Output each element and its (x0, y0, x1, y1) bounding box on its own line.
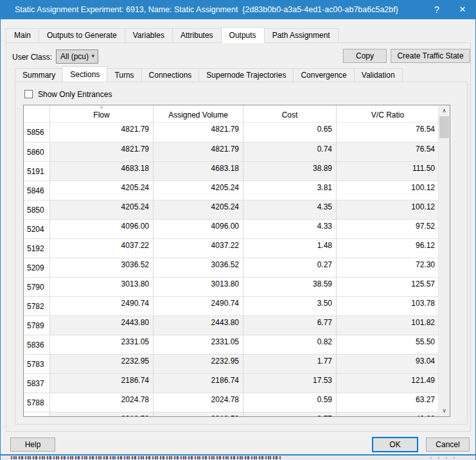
copy-button[interactable]: Copy (343, 49, 387, 63)
table-row[interactable]: 58564821.794821.790.6576.54 (24, 123, 439, 142)
sort-descending-icon: ∨ (100, 105, 104, 109)
row-id[interactable]: 5209 (24, 258, 49, 277)
cell-vc_ratio: 103.78 (336, 297, 439, 315)
cell-vc_ratio: 125.57 (336, 278, 439, 296)
column-header-assigned-volume[interactable]: Assigned Volume (153, 105, 243, 122)
cell-vc_ratio: 93.04 (336, 355, 439, 373)
scrollbar-thumb[interactable] (439, 116, 449, 138)
table-row[interactable]: 51914683.184683.1838.89111.50 (24, 161, 439, 181)
tab-variables[interactable]: Variables (125, 28, 173, 42)
cell-flow: 2018.50 (49, 412, 153, 417)
cell-assigned_volume: 4821.79 (153, 143, 243, 161)
cell-assigned_volume: 4205.24 (153, 200, 243, 219)
row-id[interactable]: 5192 (24, 239, 49, 258)
table-row[interactable]: 57822490.742490.743.50103.78 (24, 296, 439, 315)
cell-vc_ratio: 72.30 (336, 258, 439, 277)
subtab-validation[interactable]: Validation (354, 68, 403, 82)
vertical-scrollbar[interactable]: ∧ ∨ (438, 105, 450, 416)
row-id[interactable]: 5788 (24, 393, 49, 412)
help-icon[interactable]: ? (424, 0, 450, 19)
user-class-value: All (pcu) (60, 52, 89, 61)
cell-cost: 17.53 (243, 374, 336, 393)
ok-button[interactable]: OK (372, 437, 418, 452)
cell-cost: 1.77 (243, 355, 336, 373)
cell-vc_ratio: 100.12 (336, 181, 439, 200)
row-id[interactable]: 5789 (24, 316, 49, 335)
table-row[interactable]: 52044096.004096.004.3397.52 (24, 219, 439, 238)
create-traffic-state-button[interactable]: Create Traffic State (391, 49, 470, 63)
row-id[interactable]: 5837 (24, 374, 49, 393)
cell-assigned_volume: 2490.74 (153, 297, 243, 315)
cancel-button[interactable]: Cancel (426, 438, 470, 452)
cell-cost: 1.48 (243, 239, 336, 258)
tab-path-assignment[interactable]: Path Assignment (264, 28, 339, 42)
subtab-turns[interactable]: Turns (107, 68, 141, 82)
cell-flow: 4821.79 (49, 123, 153, 142)
cell-cost: 38.89 (243, 162, 336, 181)
row-id[interactable]: 5846 (24, 181, 49, 200)
table-row[interactable]: 57903013.803013.8038.59125.57 (24, 277, 439, 296)
subtab-supernode-trajectories[interactable]: Supernode Trajectories (198, 68, 294, 82)
cell-flow: 2232.95 (49, 355, 153, 373)
subtab-convergence[interactable]: Convergence (293, 68, 354, 82)
row-id[interactable]: 5836 (24, 335, 49, 354)
scroll-up-icon[interactable]: ∧ (439, 105, 450, 116)
subtab-summary[interactable]: Summary (15, 68, 63, 82)
cell-flow: 4096.00 (49, 220, 153, 238)
column-header-vc-ratio[interactable]: V/C Ratio (336, 105, 439, 122)
table-row[interactable]: 2018.502018.500.7748.06 (24, 412, 439, 417)
table-row[interactable]: 58372186.742186.7417.53121.49 (24, 373, 439, 393)
row-id[interactable]: 5856 (24, 123, 49, 142)
show-only-entrances-checkbox[interactable] (24, 90, 33, 98)
row-id[interactable]: 5790 (24, 278, 49, 296)
title-bar[interactable]: Static Assignment Experiment: 6913, Name… (1, 0, 475, 19)
table-row[interactable]: 57832232.952232.951.7793.04 (24, 354, 439, 373)
subtab-connections[interactable]: Connections (141, 68, 200, 82)
cell-flow: 4821.79 (49, 143, 153, 161)
cell-assigned_volume: 2443.80 (153, 316, 243, 335)
subtab-sections[interactable]: Sections (62, 66, 107, 82)
cell-vc_ratio: 48.06 (336, 412, 439, 417)
cell-flow: 4205.24 (49, 200, 153, 219)
row-header-corner (24, 105, 49, 122)
close-icon[interactable]: ✕ (450, 0, 475, 19)
sections-table: ∨ Flow Assigned Volume Cost V/C Ratio 58… (23, 105, 450, 417)
cell-vc_ratio: 101.82 (336, 316, 439, 335)
tab-outputs-to-generate[interactable]: Outputs to Generate (39, 28, 125, 42)
table-row[interactable]: 58604821.794821.790.7476.54 (24, 142, 439, 161)
cell-assigned_volume: 4037.22 (153, 239, 243, 258)
tab-attributes[interactable]: Attributes (172, 28, 222, 42)
cell-cost: 0.77 (243, 412, 336, 417)
column-header-flow[interactable]: ∨ Flow (49, 105, 153, 122)
chevron-down-icon: ▾ (91, 53, 94, 59)
background-window-sliver (1, 456, 475, 460)
row-id[interactable]: 5191 (24, 162, 49, 181)
column-header-cost[interactable]: Cost (243, 105, 336, 122)
user-class-label: User Class: (12, 53, 52, 62)
user-class-dropdown[interactable]: All (pcu) ▾ (56, 49, 98, 64)
cell-flow: 4037.22 (49, 239, 153, 258)
table-row[interactable]: 57892443.802443.806.77101.82 (24, 315, 439, 335)
scroll-down-icon[interactable]: ∨ (439, 405, 450, 416)
table-row[interactable]: 58464205.244205.243.81100.12 (24, 181, 439, 200)
tab-outputs[interactable]: Outputs (221, 27, 265, 43)
cell-cost: 0.59 (243, 393, 336, 412)
help-button[interactable]: Help (10, 438, 55, 452)
cell-flow: 3013.80 (49, 278, 153, 296)
table-row[interactable]: 58362331.052331.050.8255.50 (24, 335, 439, 354)
table-row[interactable]: 57882024.782024.780.5963.27 (24, 393, 439, 412)
row-id[interactable]: 5850 (24, 200, 49, 219)
tab-main[interactable]: Main (6, 28, 39, 42)
cell-cost: 4.35 (243, 200, 336, 219)
row-id[interactable] (24, 412, 49, 417)
row-id[interactable]: 5204 (24, 220, 49, 238)
table-row[interactable]: 52093036.523036.520.2772.30 (24, 258, 439, 277)
cell-cost: 0.82 (243, 335, 336, 354)
table-row[interactable]: 51924037.224037.221.4896.12 (24, 238, 439, 258)
row-id[interactable]: 5783 (24, 355, 49, 373)
main-tab-bar: Main Outputs to Generate Variables Attri… (6, 28, 339, 43)
row-id[interactable]: 5782 (24, 297, 49, 315)
cell-flow: 2331.05 (49, 335, 153, 354)
row-id[interactable]: 5860 (24, 143, 49, 161)
table-row[interactable]: 58504205.244205.244.35100.12 (24, 200, 439, 219)
